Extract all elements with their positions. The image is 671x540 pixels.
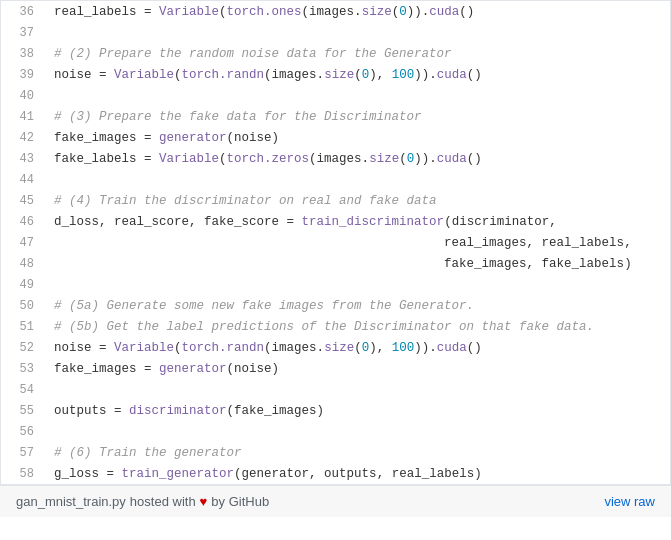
code-token: . [354, 5, 362, 19]
code-token: ( [219, 5, 227, 19]
code-token: = [137, 152, 160, 166]
code-token: ( [227, 131, 235, 145]
line-number: 40 [1, 85, 46, 106]
code-token: images [272, 68, 317, 82]
line-code: # (5a) Generate some new fake images fro… [46, 295, 670, 316]
code-token: , [99, 215, 114, 229]
code-token: fake_images [54, 131, 137, 145]
code-token: real_labels [542, 236, 625, 250]
function-token: train_discriminator [302, 215, 445, 229]
code-token: ( [264, 341, 272, 355]
code-token: fake_labels [542, 257, 625, 271]
table-row: 57# (6) Train the generator [1, 442, 670, 463]
code-token: , [309, 467, 324, 481]
code-token: , [527, 257, 542, 271]
line-code: fake_images, fake_labels) [46, 253, 670, 274]
function-token: Variable [114, 341, 174, 355]
function-token: size [369, 152, 399, 166]
comment-token: # (6) Train the generator [54, 446, 242, 460]
line-number: 56 [1, 421, 46, 442]
code-token: fake_images [444, 257, 527, 271]
code-token: ( [444, 215, 452, 229]
code-token: ( [227, 362, 235, 376]
by-text: by GitHub [211, 494, 269, 509]
view-raw-link[interactable]: view raw [604, 494, 655, 509]
table-row: 45# (4) Train the discriminator on real … [1, 190, 670, 211]
line-code [46, 274, 670, 295]
line-number: 43 [1, 148, 46, 169]
code-token: ( [354, 341, 362, 355]
code-token: fake_images [54, 362, 137, 376]
line-number: 37 [1, 22, 46, 43]
code-token: outputs [324, 467, 377, 481]
heart-icon: ♥ [200, 494, 208, 509]
comment-token: # (3) Prepare the fake data for the Disc… [54, 110, 422, 124]
line-code [46, 379, 670, 400]
code-token: real_labels [392, 467, 475, 481]
line-code [46, 22, 670, 43]
code-token: () [459, 5, 474, 19]
line-code: noise = Variable(torch.randn(images.size… [46, 64, 670, 85]
function-token: torch.randn [182, 68, 265, 82]
code-token: ( [174, 341, 182, 355]
code-token: d_loss [54, 215, 99, 229]
code-token: images [317, 152, 362, 166]
code-token: = [92, 68, 115, 82]
code-token: . [317, 341, 325, 355]
code-token: ( [264, 68, 272, 82]
code-token: noise [54, 68, 92, 82]
code-token: real_score [114, 215, 189, 229]
table-row: 36real_labels = Variable(torch.ones(imag… [1, 1, 670, 22]
code-token: )) [407, 5, 422, 19]
table-row: 41# (3) Prepare the fake data for the Di… [1, 106, 670, 127]
function-token: cuda [437, 68, 467, 82]
table-row: 56 [1, 421, 670, 442]
line-number: 50 [1, 295, 46, 316]
code-token: ( [219, 152, 227, 166]
table-row: 51# (5b) Get the label predictions of th… [1, 316, 670, 337]
code-token: = [99, 467, 122, 481]
function-token: Variable [114, 68, 174, 82]
line-code: # (3) Prepare the fake data for the Disc… [46, 106, 670, 127]
line-number: 57 [1, 442, 46, 463]
line-code: real_labels = Variable(torch.ones(images… [46, 1, 670, 22]
function-token: Variable [159, 152, 219, 166]
line-code: d_loss, real_score, fake_score = train_d… [46, 211, 670, 232]
footer: gan_mnist_train.py hosted with ♥ by GitH… [0, 485, 671, 517]
code-token: g_loss [54, 467, 99, 481]
code-token: , [189, 215, 204, 229]
line-code: g_loss = train_generator(generator, outp… [46, 463, 670, 484]
code-token: , [527, 236, 542, 250]
function-token: cuda [437, 152, 467, 166]
footer-right[interactable]: view raw [604, 494, 655, 509]
line-code: real_images, real_labels, [46, 232, 670, 253]
code-token: . [429, 68, 437, 82]
line-code: fake_images = generator(noise) [46, 358, 670, 379]
comment-token: # (5a) Generate some new fake images fro… [54, 299, 474, 313]
code-token: . [317, 68, 325, 82]
line-number: 49 [1, 274, 46, 295]
line-number: 55 [1, 400, 46, 421]
line-code: fake_labels = Variable(torch.zeros(image… [46, 148, 670, 169]
table-row: 44 [1, 169, 670, 190]
code-token: )) [414, 152, 429, 166]
function-token: discriminator [129, 404, 227, 418]
footer-left: gan_mnist_train.py hosted with ♥ by GitH… [16, 494, 269, 509]
function-token: generator [159, 362, 227, 376]
hosted-text: hosted with [130, 494, 196, 509]
code-token: = [107, 404, 130, 418]
code-token: = [137, 362, 160, 376]
line-number: 38 [1, 43, 46, 64]
code-container: 36real_labels = Variable(torch.ones(imag… [0, 0, 671, 485]
code-table: 36real_labels = Variable(torch.ones(imag… [1, 1, 670, 484]
table-row: 37 [1, 22, 670, 43]
code-token: () [467, 68, 482, 82]
code-token: , [377, 467, 392, 481]
number-token: 0 [399, 5, 407, 19]
code-token: . [429, 341, 437, 355]
code-token: noise [234, 362, 272, 376]
line-code: # (2) Prepare the random noise data for … [46, 43, 670, 64]
number-token: 100 [392, 68, 415, 82]
line-number: 53 [1, 358, 46, 379]
code-token: ( [227, 404, 235, 418]
